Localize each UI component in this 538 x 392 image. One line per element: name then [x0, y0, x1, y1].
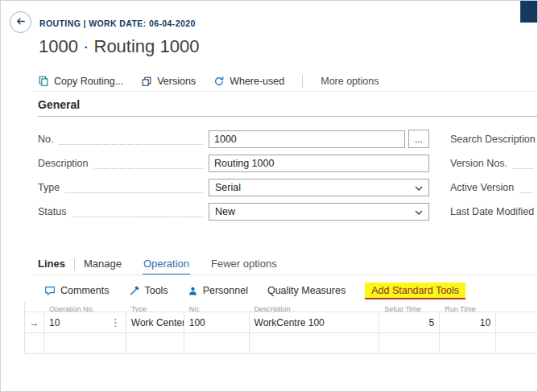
- field-row-last-date-modified: Last Date Modified: [450, 202, 538, 221]
- operation-no-cell[interactable]: 10 ⋮: [44, 312, 126, 332]
- table-row-empty[interactable]: [25, 333, 538, 354]
- personnel-icon: [188, 286, 198, 296]
- field-row-active-version: Active Version: [450, 178, 538, 196]
- type-header: Type: [126, 305, 184, 312]
- tools-icon: [128, 285, 139, 296]
- run-time-cell[interactable]: 10: [440, 312, 496, 332]
- routing-lines-table: Operation No. Type No. Description Setup…: [24, 302, 538, 354]
- tab-operation[interactable]: Operation: [143, 256, 190, 275]
- lines-toolbar: Comments Tools Personnel Quality Measure…: [44, 282, 466, 299]
- type-cell[interactable]: Work Center: [126, 312, 184, 332]
- actionbar-separator: [302, 75, 303, 88]
- no-cell[interactable]: 100: [184, 312, 250, 332]
- lines-tab-divider: [33, 274, 537, 275]
- field-row-status: Status New: [38, 202, 429, 221]
- spacer-cell: [496, 312, 538, 332]
- no-assist-edit-button[interactable]: ...: [408, 130, 429, 148]
- fewer-options-button[interactable]: Fewer options: [211, 256, 277, 270]
- personnel-label: Personnel: [203, 285, 248, 296]
- dotted-leader: [513, 157, 533, 169]
- description-header: Description: [250, 305, 380, 312]
- comment-icon: [44, 285, 56, 296]
- personnel-button[interactable]: Personnel: [188, 285, 248, 296]
- description-cell[interactable]: WorkCentre 100: [250, 312, 380, 332]
- back-button[interactable]: [10, 11, 31, 33]
- operation-no-header: Operation No.: [44, 305, 126, 312]
- comments-button[interactable]: Comments: [44, 285, 109, 296]
- tools-label: Tools: [144, 285, 168, 296]
- field-row-type: Type Serial: [38, 178, 429, 196]
- cell-ellipsis-menu-icon[interactable]: ⋮: [110, 317, 121, 328]
- tools-button[interactable]: Tools: [128, 285, 168, 296]
- tab-manage[interactable]: Manage: [84, 256, 122, 270]
- versions-label: Versions: [157, 76, 196, 87]
- tabs-separator: [74, 258, 75, 270]
- setup-time-header: Setup Time: [379, 305, 440, 312]
- more-options-button[interactable]: More options: [321, 76, 379, 87]
- chevron-down-icon: [415, 206, 423, 217]
- action-bar: Copy Routing... Versions Where-used More…: [38, 72, 379, 90]
- setup-time-cell[interactable]: 5: [379, 312, 440, 332]
- status-select[interactable]: New: [209, 203, 429, 221]
- row-marker-cell: →: [25, 312, 44, 332]
- current-row-arrow-icon: →: [29, 317, 39, 328]
- quality-measures-button[interactable]: Quality Measures: [267, 285, 346, 296]
- version-nos-label: Version Nos.: [450, 158, 507, 169]
- copy-routing-button[interactable]: Copy Routing...: [38, 76, 123, 87]
- status-label: Status: [38, 206, 66, 217]
- routing-page: ROUTING | WORK DATE: 06-04-2020 1000 · R…: [0, 0, 538, 392]
- page-title: 1000 · Routing 1000: [39, 36, 199, 57]
- general-divider: [38, 116, 537, 117]
- where-used-icon: [213, 76, 225, 87]
- breadcrumb[interactable]: ROUTING | WORK DATE: 06-04-2020: [39, 19, 196, 28]
- copy-icon: [38, 76, 49, 87]
- versions-icon: [141, 76, 152, 87]
- chevron-down-icon: [415, 182, 423, 193]
- no-input[interactable]: [209, 130, 405, 148]
- type-label: Type: [38, 182, 60, 193]
- dotted-leader: [94, 157, 203, 169]
- no-header: No.: [184, 305, 250, 312]
- table-header-row: Operation No. Type No. Description Setup…: [25, 302, 538, 312]
- status-select-value: New: [215, 206, 235, 217]
- search-description-label: Search Description: [450, 134, 536, 145]
- where-used-button[interactable]: Where-used: [213, 76, 284, 87]
- field-row-no: No. ...: [38, 130, 429, 148]
- add-standard-tools-button[interactable]: Add Standard Tools: [365, 283, 466, 299]
- quality-measures-label: Quality Measures: [267, 285, 346, 296]
- lines-tab-bar: Lines Manage Operation Fewer options: [38, 256, 277, 275]
- versions-button[interactable]: Versions: [141, 76, 196, 87]
- run-time-header: Run Time: [440, 305, 496, 312]
- table-row: → 10 ⋮ Work Center 100 WorkCentre 100 5 …: [25, 312, 538, 333]
- field-row-search-description: Search Description: [450, 130, 538, 148]
- actionbar-divider: [33, 91, 537, 92]
- general-form-right: Search Description Version Nos. Active V…: [450, 130, 538, 226]
- dotted-leader: [72, 205, 203, 217]
- description-input[interactable]: [209, 155, 429, 172]
- lines-section-title: Lines: [38, 256, 65, 270]
- type-select[interactable]: Serial: [209, 179, 429, 196]
- field-row-description: Description: [38, 154, 429, 172]
- comments-label: Comments: [60, 285, 109, 296]
- copy-routing-label: Copy Routing...: [54, 76, 123, 87]
- description-label: Description: [38, 158, 89, 169]
- general-form: No. ... Description Type Serial: [38, 130, 429, 226]
- back-arrow-icon: [14, 15, 27, 30]
- type-select-value: Serial: [215, 182, 241, 193]
- active-version-label: Active Version: [450, 182, 514, 193]
- app-chrome-fragment: [520, 1, 537, 23]
- where-used-label: Where-used: [230, 76, 284, 87]
- dotted-leader: [59, 133, 203, 145]
- last-date-modified-label: Last Date Modified: [450, 206, 534, 217]
- add-standard-tools-label: Add Standard Tools: [371, 285, 459, 296]
- no-label: No.: [38, 134, 53, 145]
- field-row-version-nos: Version Nos.: [450, 154, 538, 172]
- dotted-leader: [519, 181, 533, 193]
- dotted-leader: [65, 181, 203, 193]
- general-heading: General: [38, 98, 80, 111]
